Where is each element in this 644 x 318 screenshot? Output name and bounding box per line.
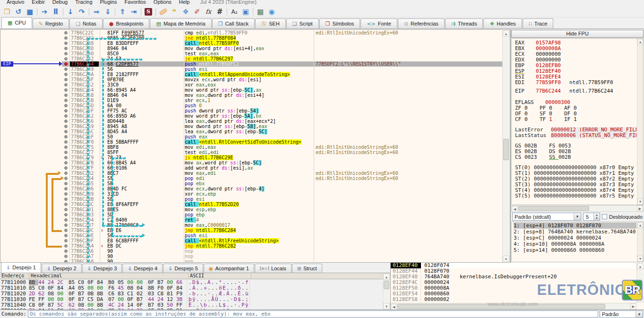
- breakpoint-dot-icon[interactable]: [64, 68, 68, 71]
- breakpoint-cell[interactable]: [62, 30, 69, 35]
- disasm-row[interactable]: 77B6C25FFF75 ACpush dword ptr ss:[ebp-54…: [0, 108, 502, 113]
- scroll-up-icon[interactable]: ▲: [637, 263, 644, 269]
- unlocked-checkbox[interactable]: Desbloqueado: [602, 214, 643, 220]
- arg-depth-spinner[interactable]: 5▲▼: [583, 213, 600, 221]
- disasm-row[interactable]: 77B6C26F50push eax: [0, 134, 502, 139]
- breakpoint-cell[interactable]: [62, 113, 69, 119]
- breakpoint-cell[interactable]: [62, 129, 69, 134]
- eip-breakpoint-icon[interactable]: [64, 62, 68, 66]
- breakpoint-dot-icon[interactable]: [64, 156, 68, 159]
- breakpoint-cell[interactable]: [62, 165, 69, 171]
- breakpoint-cell[interactable]: [62, 77, 69, 82]
- breakpoint-cell[interactable]: [62, 191, 69, 197]
- scroll-up-icon[interactable]: ▲: [637, 39, 643, 45]
- disasm-row[interactable]: 77B6C2668D0448lea eax,dword ptr ds:[eax+…: [0, 119, 502, 124]
- register-row[interactable]: EDX00000000: [515, 57, 636, 63]
- breakpoint-dot-icon[interactable]: [64, 52, 68, 55]
- flags-row[interactable]: CF 0TF 1IF 1: [515, 117, 636, 122]
- restart-icon[interactable]: ↺: [13, 7, 24, 17]
- font-icon[interactable]: A₂: [229, 7, 240, 17]
- tab-script[interactable]: ❏Script: [286, 18, 319, 28]
- breakpoint-cell[interactable]: [62, 35, 69, 41]
- scroll-left-icon[interactable]: ◀: [512, 206, 518, 212]
- disasm-row[interactable]: 77B6C2698945 A8mov dword ptr ss:[ebp-58]…: [0, 124, 502, 129]
- breakpoint-cell[interactable]: [62, 207, 69, 212]
- open-file-icon[interactable]: ❒: [1, 7, 13, 17]
- tab-fonte[interactable]: <>Fonte: [361, 18, 397, 28]
- breakpoint-dot-icon[interactable]: [64, 146, 68, 149]
- disasm-row[interactable]: 77B6C24F0FB70Emovzx ecx,word ptr ds:[esi…: [0, 77, 502, 82]
- menu-exibir[interactable]: Exibir: [28, 0, 49, 6]
- disasm-row[interactable]: 77B6C279∨78 23js ntdll.77B6C29E: [0, 155, 502, 160]
- breakpoint-cell[interactable]: [62, 160, 69, 165]
- breakpoint-dot-icon[interactable]: [64, 208, 68, 211]
- disassembly-panel[interactable]: 77B6C22C81FF F09FB577cmp edi,ntdll.77B59…: [0, 29, 510, 263]
- disasm-row[interactable]: 77B6C242∨74 53je ntdll.77B6C297: [0, 56, 502, 61]
- tab-notas[interactable]: ❏Notas: [69, 18, 103, 28]
- stop-icon[interactable]: ■: [24, 7, 35, 17]
- disasm-row[interactable]: 77B6C2588B46 04mov eax,dword ptr ds:[esi…: [0, 93, 502, 98]
- disasm-row[interactable]: 77B6C24956push esi: [0, 67, 502, 72]
- chevron-down-icon[interactable]: ▼: [574, 213, 581, 220]
- breakpoint-dot-icon[interactable]: [64, 255, 68, 258]
- labels-icon[interactable]: ❖: [180, 7, 191, 17]
- breakpoint-cell[interactable]: [62, 171, 69, 176]
- scroll-down-icon[interactable]: ▼: [637, 256, 643, 262]
- breakpoint-dot-icon[interactable]: [64, 109, 68, 112]
- breakpoint-cell[interactable]: [62, 108, 69, 113]
- disasm-row[interactable]: 77B6C29C∧EB E6jmp ntdll.77B6C284: [0, 228, 502, 233]
- scrollbar-thumb[interactable]: [503, 139, 509, 160]
- registers-hscrollbar[interactable]: ◀ ▶: [511, 205, 644, 212]
- disasm-row[interactable]: 77B6C24AE8 2182FFFFcall <ntdll.RtlAppend…: [0, 72, 502, 77]
- spinner-arrows-icon[interactable]: ▲▼: [593, 213, 600, 220]
- disasm-row[interactable]: 77B6C23D8946 04mov dword ptr ds:[esi+4],…: [0, 46, 502, 51]
- tab-breakpoints[interactable]: ●Breakpoints: [103, 18, 150, 28]
- tab-trace[interactable]: ∷Trace: [523, 18, 554, 28]
- dump-tab-despejo-2[interactable]: ⇓Despejo 2: [42, 264, 82, 273]
- step-over-icon[interactable]: ↷: [76, 7, 87, 17]
- globe-icon[interactable]: ◉: [266, 7, 277, 17]
- disasm-row[interactable]: 77B6C25D6A 00push 0: [0, 103, 502, 108]
- command-input[interactable]: [28, 310, 598, 318]
- tab-seh[interactable]: ⓈSEH: [255, 18, 286, 28]
- disasm-row[interactable]: 77B6C238E8 B3DDFEFFcall ntdll.77B59FF0: [0, 41, 502, 46]
- breakpoint-cell[interactable]: [62, 93, 69, 98]
- breakpoint-dot-icon[interactable]: [64, 99, 68, 102]
- disasm-row[interactable]: 77B6C270E8 5BBAFFFFcall <ntdll.RtlConver…: [0, 139, 502, 145]
- attach-icon[interactable]: ⇥: [128, 7, 139, 17]
- tab-cpu[interactable]: ▦CPU: [1, 17, 32, 28]
- comments-icon[interactable]: ❝: [169, 7, 180, 17]
- breakpoint-dot-icon[interactable]: [64, 182, 68, 185]
- register-row[interactable]: ESI0128EFE4: [515, 74, 636, 80]
- breakpoint-cell[interactable]: [62, 259, 69, 263]
- tab-referencias[interactable]: ⊙Referências: [398, 18, 445, 28]
- disasm-row[interactable]: 77B6C27F66:0106add word ptr ds:[esi],ax: [0, 165, 502, 171]
- breakpoint-cell[interactable]: [62, 61, 69, 67]
- breakpoint-cell[interactable]: [62, 238, 69, 243]
- calling-convention-select[interactable]: Padrão (stdcall)▼: [512, 213, 581, 221]
- dump-tab-despejo-4[interactable]: ⇓Despejo 4: [122, 264, 163, 273]
- step-out-icon[interactable]: ⇓: [102, 7, 113, 17]
- argument-row[interactable]: 1: [esp+4] 0128F070 0128F070: [514, 223, 636, 229]
- breakpoint-cell[interactable]: [62, 150, 69, 155]
- breakpoint-dot-icon[interactable]: [64, 244, 68, 248]
- breakpoint-cell[interactable]: [62, 87, 69, 93]
- menu-tracing[interactable]: Tracing: [71, 0, 96, 6]
- breakpoint-dot-icon[interactable]: [64, 135, 68, 138]
- function-icon[interactable]: fx: [203, 7, 214, 17]
- disasm-row[interactable]: 77B6C2845Fpop ediedi:RtlInitUnicodeStrin…: [0, 176, 502, 181]
- disasm-row[interactable]: 77B6C24085C0test eax,eax: [0, 51, 502, 56]
- breakpoint-dot-icon[interactable]: [64, 161, 68, 164]
- breakpoint-cell[interactable]: [62, 233, 69, 238]
- breakpoint-cell[interactable]: [62, 254, 69, 259]
- seh-chain-icon[interactable]: S: [143, 7, 154, 17]
- disasm-row[interactable]: 77B6C232∨0F85 4C2E0200jne ntdll.77B8F084: [0, 35, 502, 41]
- tab-call-stack[interactable]: ❐Call Stack: [212, 18, 255, 28]
- run-icon[interactable]: ➔: [39, 7, 50, 17]
- breakpoint-cell[interactable]: [62, 228, 69, 233]
- registers-list[interactable]: EAX0157AF98EBX0000008AECX00000000EDX0000…: [511, 38, 644, 205]
- disasm-row[interactable]: 77B6C28CE8 8F6AFEFFcall ntdll.77B52D20: [0, 202, 502, 207]
- disasm-row[interactable]: 77B6C294C2 0400ret 4: [0, 217, 502, 223]
- scrollbar-thumb[interactable]: [384, 281, 389, 289]
- patch-icon[interactable]: [157, 7, 169, 17]
